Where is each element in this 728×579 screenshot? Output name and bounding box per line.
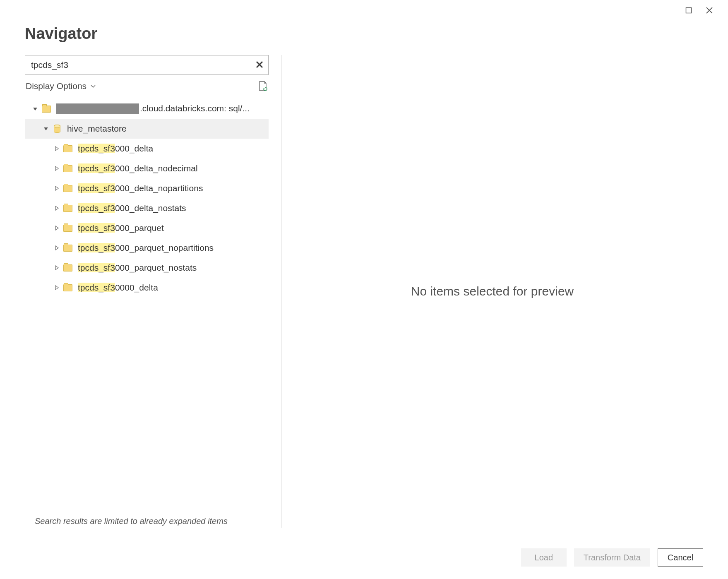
- display-options-label: Display Options: [26, 81, 86, 91]
- titlebar: [0, 0, 728, 21]
- database-icon: [52, 125, 62, 133]
- expand-toggle[interactable]: [52, 166, 61, 171]
- tree-node-label: tpcds_sf3000_parquet: [78, 223, 164, 233]
- tree-node-label: tpcds_sf30000_delta: [78, 283, 158, 293]
- tree-node-schema[interactable]: tpcds_sf3000_delta: [25, 139, 269, 159]
- refresh-button[interactable]: [258, 81, 268, 91]
- search-input[interactable]: [30, 60, 254, 70]
- svg-marker-11: [55, 186, 58, 190]
- folder-icon: [63, 244, 73, 252]
- tree-node-schema[interactable]: tpcds_sf3000_parquet: [25, 218, 269, 238]
- close-icon: [706, 7, 713, 14]
- dialog-title: Navigator: [25, 25, 703, 43]
- cancel-button[interactable]: Cancel: [658, 548, 703, 567]
- maximize-button[interactable]: [678, 2, 699, 19]
- tree-node-metastore[interactable]: hive_metastore: [25, 119, 269, 139]
- expand-toggle[interactable]: [52, 245, 61, 250]
- folder-icon: [41, 105, 51, 113]
- tree-node-schema[interactable]: tpcds_sf30000_delta: [25, 278, 269, 298]
- folder-icon: [63, 264, 73, 272]
- left-pane: Display Options: [25, 55, 281, 528]
- expand-toggle[interactable]: [52, 186, 61, 191]
- tree-node-root[interactable]: .cloud.databricks.com: sql/...: [25, 99, 269, 119]
- svg-marker-13: [55, 226, 58, 230]
- tree-node-schema[interactable]: tpcds_sf3000_delta_nopartitions: [25, 178, 269, 198]
- svg-marker-10: [55, 166, 58, 171]
- transform-data-button[interactable]: Transform Data: [574, 548, 650, 567]
- preview-pane: No items selected for preview: [281, 55, 703, 528]
- svg-marker-7: [33, 108, 37, 111]
- expand-toggle[interactable]: [52, 146, 61, 151]
- display-options-dropdown[interactable]: Display Options: [26, 81, 96, 91]
- svg-marker-16: [55, 286, 58, 290]
- collapse-toggle[interactable]: [31, 106, 40, 111]
- redacted-hostname: [56, 103, 139, 114]
- svg-marker-9: [55, 147, 58, 151]
- tree-node-label: tpcds_sf3000_parquet_nostats: [78, 263, 197, 273]
- svg-marker-14: [55, 246, 58, 250]
- svg-marker-15: [55, 266, 58, 270]
- search-box[interactable]: [25, 55, 269, 75]
- clear-search-button[interactable]: [254, 59, 265, 71]
- folder-icon: [63, 283, 73, 292]
- folder-icon: [63, 164, 73, 173]
- svg-rect-0: [686, 8, 692, 13]
- tree-node-schema[interactable]: tpcds_sf3000_parquet_nopartitions: [25, 238, 269, 258]
- tree-node-label: tpcds_sf3000_parquet_nopartitions: [78, 243, 214, 253]
- tree-node-schema[interactable]: tpcds_sf3000_delta_nodecimal: [25, 159, 269, 178]
- clear-icon: [256, 61, 263, 68]
- tree-node-label: tpcds_sf3000_delta_nostats: [78, 203, 186, 213]
- tree-node-schema[interactable]: tpcds_sf3000_parquet_nostats: [25, 258, 269, 278]
- chevron-down-icon: [91, 83, 96, 89]
- page-refresh-icon: [258, 81, 268, 91]
- folder-icon: [63, 184, 73, 192]
- svg-marker-8: [44, 127, 48, 130]
- maximize-icon: [685, 7, 692, 14]
- expand-toggle[interactable]: [52, 206, 61, 211]
- tree-node-label: hive_metastore: [67, 124, 127, 134]
- tree-node-schema[interactable]: tpcds_sf3000_delta_nostats: [25, 198, 269, 218]
- load-button[interactable]: Load: [521, 548, 567, 567]
- tree-node-label: tpcds_sf3000_delta_nodecimal: [78, 163, 198, 173]
- expand-toggle[interactable]: [52, 285, 61, 290]
- preview-empty-message: No items selected for preview: [411, 284, 574, 298]
- expand-toggle[interactable]: [52, 265, 61, 270]
- tree-view[interactable]: .cloud.databricks.com: sql/... hive_meta…: [25, 99, 269, 509]
- collapse-toggle[interactable]: [41, 126, 50, 131]
- svg-marker-12: [55, 206, 58, 210]
- tree-node-label: .cloud.databricks.com: sql/...: [56, 103, 250, 114]
- navigator-dialog: Navigator Display Options: [0, 0, 728, 579]
- tree-node-label: tpcds_sf3000_delta_nopartitions: [78, 183, 203, 193]
- folder-icon: [63, 224, 73, 232]
- button-row: Load Transform Data Cancel: [25, 528, 703, 567]
- tree-node-label: tpcds_sf3000_delta: [78, 144, 153, 154]
- close-window-button[interactable]: [699, 2, 720, 19]
- search-limit-note: Search results are limited to already ex…: [25, 509, 269, 528]
- folder-icon: [63, 144, 73, 153]
- expand-toggle[interactable]: [52, 226, 61, 231]
- folder-icon: [63, 204, 73, 212]
